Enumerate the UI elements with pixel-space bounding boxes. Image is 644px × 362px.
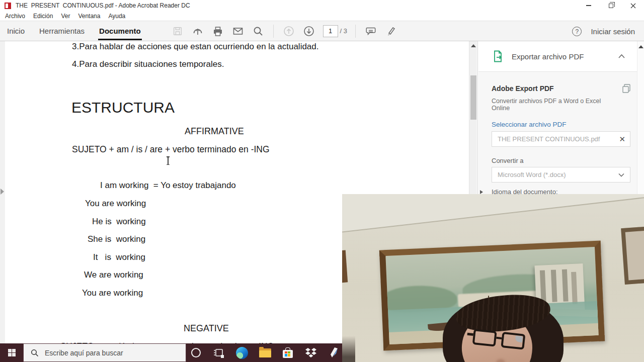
picture-frame-left-edge: [342, 250, 348, 283]
chevron-down-icon: [618, 173, 624, 177]
page-number-input[interactable]: 1: [323, 25, 338, 37]
highlight-button[interactable]: [385, 25, 397, 38]
comment-button[interactable]: [365, 25, 377, 38]
text-cursor: [168, 156, 169, 165]
cortana-icon: [191, 348, 201, 357]
menubar: Archivo Edición Ver Ventana Ayuda: [0, 11, 644, 21]
adobe-export-pdf-title: Adobe Export PDF: [492, 84, 554, 93]
file-explorer-icon: [259, 348, 271, 357]
export-description: Convertir archivos PDF a Word o Excel On…: [492, 98, 620, 112]
cloud-upload-icon: [192, 25, 204, 37]
email-button[interactable]: [232, 25, 244, 38]
previous-page-button[interactable]: [283, 25, 295, 38]
close-icon: [630, 3, 636, 9]
find-button[interactable]: [252, 25, 264, 38]
doc-line: He is working: [92, 217, 146, 226]
taskbar-search-input[interactable]: [45, 349, 171, 357]
print-button[interactable]: [212, 25, 224, 38]
language-expand-icon[interactable]: [480, 190, 483, 194]
page-down-icon: [303, 25, 315, 37]
selected-file-value: THE PRESENT CONTINUOUS.pdf: [498, 135, 619, 143]
instructor: [443, 295, 569, 362]
next-page-button[interactable]: [303, 25, 315, 38]
page-total: / 3: [340, 27, 347, 35]
tab-documento[interactable]: Documento: [99, 21, 141, 41]
export-panel-header[interactable]: Exportar archivo PDF: [478, 41, 637, 72]
restore-button[interactable]: [600, 0, 622, 11]
select-pdf-link[interactable]: Seleccionar archivo PDF: [492, 121, 567, 128]
doc-line: She is working: [88, 234, 145, 244]
doc-heading-affirmative: AFFIRMATIVE: [185, 127, 244, 136]
doc-line: You are working: [82, 288, 143, 298]
edge-button[interactable]: [235, 346, 248, 359]
doc-line: 3.Para hablar de acciones que estan ocur…: [72, 42, 319, 51]
menu-edicion[interactable]: Edición: [29, 11, 57, 21]
task-view-icon: [213, 347, 225, 358]
store-button[interactable]: [281, 346, 294, 359]
edge-icon: [236, 347, 248, 359]
minimize-icon: [586, 5, 591, 6]
doc-line: It is working: [93, 252, 145, 262]
chevron-up-icon[interactable]: [618, 54, 625, 58]
cortana-button[interactable]: [190, 346, 202, 359]
doc-line: We are working: [84, 270, 143, 280]
store-icon: [283, 350, 293, 358]
email-icon: [232, 25, 244, 37]
scroll-up-icon[interactable]: [471, 44, 476, 47]
task-view-button[interactable]: [212, 346, 225, 359]
menu-archivo[interactable]: Archivo: [1, 11, 29, 21]
save-icon: [172, 26, 183, 37]
menu-ventana[interactable]: Ventana: [74, 11, 104, 21]
tab-inicio[interactable]: Inicio: [7, 21, 25, 41]
search-icon: [252, 25, 264, 37]
titlebar: THE PRESENT CONTINUOUS.pdf - Adobe Acrob…: [0, 0, 644, 11]
doc-heading-estructura: ESTRUCTURA: [71, 100, 175, 116]
doc-heading-negative: NEGATIVE: [184, 324, 229, 333]
minimize-button[interactable]: [578, 0, 600, 11]
acrobat-reader-window: THE PRESENT CONTINUOUS.pdf - Adobe Acrob…: [0, 0, 644, 362]
search-icon: [31, 349, 39, 357]
comment-icon: [365, 25, 377, 37]
menu-ayuda[interactable]: Ayuda: [104, 11, 129, 21]
toolbar-separator: [273, 25, 274, 38]
tab-herramientas[interactable]: Herramientas: [39, 21, 85, 41]
menu-ver[interactable]: Ver: [57, 11, 74, 21]
start-button[interactable]: [0, 343, 23, 362]
doc-line: SUJETO + am / is / are + verbo terminado…: [72, 145, 270, 154]
dropbox-icon: [305, 347, 317, 358]
clear-file-icon[interactable]: ✕: [619, 135, 625, 144]
doc-line: 4.Para describir situaciones temporales.: [72, 59, 224, 69]
format-value: Microsoft Word (*.docx): [498, 171, 618, 178]
expand-nav-pane-icon[interactable]: [1, 189, 4, 195]
file-explorer-button[interactable]: [259, 346, 271, 359]
sign-in-button[interactable]: Iniciar sesión: [591, 27, 635, 36]
share-upload-button[interactable]: [192, 25, 204, 38]
restore-icon: [609, 4, 613, 8]
feather-app-icon: [328, 347, 340, 359]
print-icon: [212, 25, 224, 37]
help-icon[interactable]: ?: [572, 27, 582, 36]
selected-file-field[interactable]: THE PRESENT CONTINUOUS.pdf ✕: [492, 131, 630, 147]
scroll-up-icon[interactable]: [638, 45, 643, 48]
highlighter-icon: [385, 25, 397, 37]
toolbar: Inicio Herramientas Documento: [0, 21, 644, 41]
webcam-overlay: [342, 194, 644, 362]
doc-line: I am working = Yo estoy trabajando: [100, 180, 236, 190]
feather-app-button[interactable]: [327, 346, 340, 359]
close-button[interactable]: [622, 0, 644, 11]
format-dropdown[interactable]: Microsoft Word (*.docx): [492, 167, 630, 183]
toolbar-separator: [355, 25, 356, 38]
scrollbar-thumb[interactable]: [470, 75, 476, 120]
page-up-icon: [283, 25, 295, 37]
windows-logo-icon: [8, 349, 16, 356]
acrobat-app-icon: [5, 3, 11, 9]
export-pdf-icon: [491, 49, 505, 63]
dropbox-button[interactable]: [304, 346, 317, 359]
taskbar-search-box[interactable]: [23, 343, 186, 362]
convert-pages-icon: [621, 83, 631, 94]
picture-frame-right: [621, 226, 644, 285]
window-title: THE PRESENT CONTINUOUS.pdf - Adobe Acrob…: [16, 2, 190, 9]
save-button[interactable]: [172, 25, 184, 38]
export-panel-title: Exportar archivo PDF: [512, 52, 584, 61]
doc-line: You are working: [85, 199, 146, 208]
